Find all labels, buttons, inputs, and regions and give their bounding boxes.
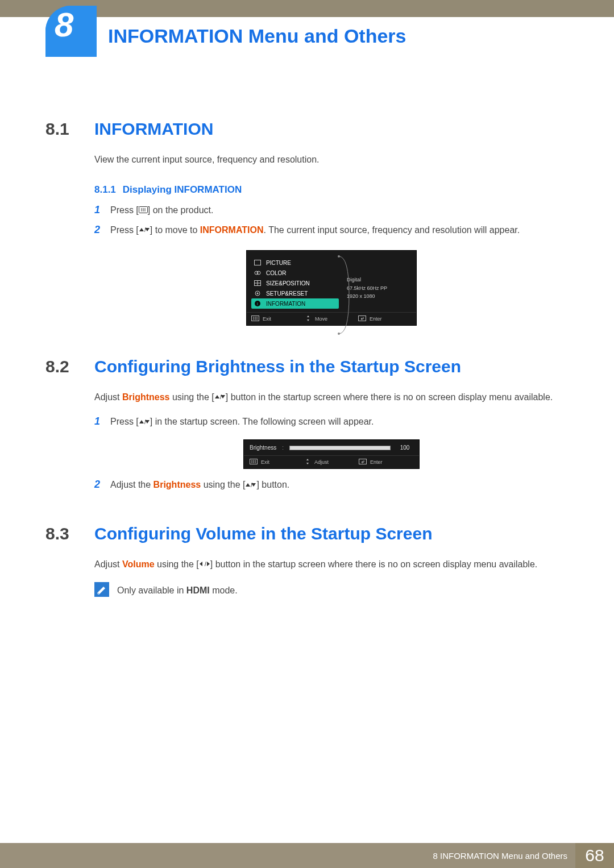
section-8-2: 8.2 Configuring Brightness in the Startu… xyxy=(45,357,569,492)
osd-item-size: SIZE&POSITION xyxy=(251,278,339,288)
section-title: Configuring Brightness in the Startup Sc… xyxy=(94,357,461,376)
step-1: 1 Press [] on the product. xyxy=(94,203,569,218)
footer-text: 8 INFORMATION Menu and Others xyxy=(433,851,567,861)
svg-point-15 xyxy=(257,293,259,294)
note: Only available in HDMI mode. xyxy=(94,582,569,598)
svg-text:/: / xyxy=(220,394,222,400)
osd-item-setup: SETUP&RESET xyxy=(251,288,339,298)
section-8-1: 8.1 INFORMATION View the current input s… xyxy=(45,119,569,326)
svg-text:/: / xyxy=(144,419,146,425)
osd-value: 100 xyxy=(396,445,413,451)
svg-rect-24 xyxy=(359,316,366,321)
section-number: 8.3 xyxy=(45,524,83,543)
manual-page: 8 INFORMATION Menu and Others 8.1 INFORM… xyxy=(0,0,614,868)
menu-button-icon xyxy=(251,315,259,322)
osd-label: Brightness xyxy=(250,445,276,451)
up-down-icon: / xyxy=(245,479,256,493)
menu-button-icon xyxy=(250,459,258,466)
gear-icon xyxy=(254,290,262,297)
content: 8.1 INFORMATION View the current input s… xyxy=(45,17,569,598)
up-down-icon: / xyxy=(139,223,150,238)
color-icon xyxy=(254,269,262,276)
section-number: 8.1 xyxy=(45,119,83,139)
svg-point-10 xyxy=(257,271,260,275)
size-icon xyxy=(254,280,262,286)
adjust-icon xyxy=(304,458,311,466)
svg-rect-8 xyxy=(255,260,261,265)
osd-information-menu: PICTURE COLOR SIZE&POSITION xyxy=(246,250,417,326)
step-2: 2 Press [/] to move to INFORMATION. The … xyxy=(94,223,569,238)
step-2: 2 Adjust the Brightness using the [/] bu… xyxy=(94,478,569,492)
para: Adjust Volume using the [/] button in th… xyxy=(94,558,569,572)
osd-item-information: i INFORMATION xyxy=(251,298,339,309)
para: Adjust Brightness using the [/] button i… xyxy=(94,391,569,405)
svg-text:/: / xyxy=(205,561,206,567)
info-icon: i xyxy=(254,300,262,307)
note-icon xyxy=(94,582,109,597)
section-title: INFORMATION xyxy=(94,119,213,139)
osd-brightness: Brightness : 100 Exit Adjust Enter xyxy=(243,439,420,469)
enter-icon xyxy=(358,315,366,322)
move-icon xyxy=(305,315,312,323)
svg-text:/: / xyxy=(251,482,252,488)
svg-text:/: / xyxy=(144,227,146,233)
section-title: Configuring Volume in the Startup Screen xyxy=(94,524,432,543)
page-footer: 8 INFORMATION Menu and Others 68 xyxy=(0,843,614,868)
svg-text:i: i xyxy=(257,301,258,306)
subsection-number: 8.1.1 xyxy=(94,184,116,196)
section-number: 8.2 xyxy=(45,357,83,376)
svg-rect-31 xyxy=(359,459,367,464)
chapter-number: 8 xyxy=(55,8,73,42)
osd-bottom-bar: Exit Move Enter xyxy=(247,312,416,325)
section-8-3: 8.3 Configuring Volume in the Startup Sc… xyxy=(45,524,569,598)
step-1: 1 Press [/] in the startup screen. The f… xyxy=(94,415,569,429)
osd-slider xyxy=(289,446,391,450)
page-number: 68 xyxy=(575,843,614,868)
chapter-title: INFORMATION Menu and Others xyxy=(108,25,406,47)
menu-button-icon xyxy=(139,203,148,218)
osd-menu-list: PICTURE COLOR SIZE&POSITION xyxy=(247,251,343,312)
osd-item-color: COLOR xyxy=(251,268,339,278)
svg-rect-1 xyxy=(71,6,97,31)
left-right-icon: / xyxy=(199,558,210,572)
osd-item-picture: PICTURE xyxy=(251,258,339,268)
picture-icon xyxy=(254,259,262,266)
up-down-icon: / xyxy=(214,391,226,405)
up-down-icon: / xyxy=(139,416,150,430)
svg-point-19 xyxy=(338,333,340,335)
osd-bottom-bar: Exit Adjust Enter xyxy=(244,455,419,468)
enter-icon xyxy=(359,459,367,466)
subsection-title: Displaying INFORMATION xyxy=(123,184,242,196)
osd-info-panel: Digital 67.5kHz 60Hz PP 1920 x 1080 xyxy=(343,251,416,312)
section-intro: View the current input source, frequency… xyxy=(94,153,569,167)
